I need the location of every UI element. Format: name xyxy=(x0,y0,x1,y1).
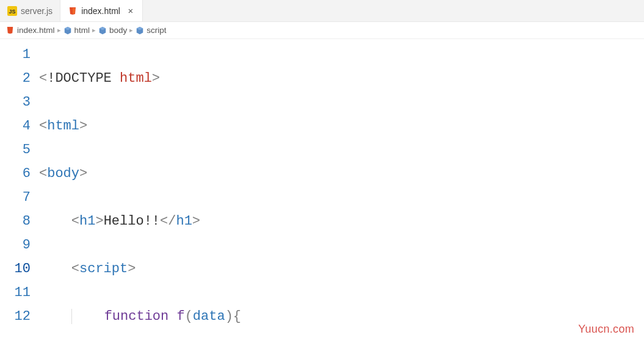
chevron-right-icon: ▸ xyxy=(57,26,61,34)
breadcrumb-file[interactable]: index.html xyxy=(5,26,55,35)
breadcrumbs: index.html ▸ html ▸ body ▸ script xyxy=(0,22,644,39)
crumb-label: body xyxy=(109,26,127,35)
crumb-label: script xyxy=(147,26,166,35)
line-number: 10 xyxy=(0,257,31,281)
line-number: 7 xyxy=(0,186,31,209)
close-icon[interactable]: × xyxy=(126,7,135,15)
line-number-gutter: 1 2 3 4 5 6 7 8 9 10 11 12 xyxy=(0,43,39,354)
code-line[interactable]: <h1>Hello!!</h1> xyxy=(39,209,644,233)
watermark: Yuucn.com xyxy=(578,323,634,336)
line-number: 2 xyxy=(0,67,31,90)
line-number: 9 xyxy=(0,233,31,257)
line-number: 4 xyxy=(0,114,31,138)
line-number: 3 xyxy=(0,90,31,114)
line-number: 11 xyxy=(0,281,31,305)
cube-icon xyxy=(63,26,72,35)
line-number: 1 xyxy=(0,43,31,67)
code-line[interactable]: <body> xyxy=(39,162,644,186)
code-area[interactable]: <!DOCTYPE html> <html> <body> <h1>Hello!… xyxy=(39,43,644,354)
breadcrumb-body[interactable]: body xyxy=(98,26,127,35)
line-number: 8 xyxy=(0,209,31,233)
breadcrumb-html[interactable]: html xyxy=(63,26,90,35)
tab-label: index.html xyxy=(81,6,120,16)
tab-server-js[interactable]: JS server.js xyxy=(0,0,60,21)
cube-icon xyxy=(98,26,107,35)
breadcrumb-script[interactable]: script xyxy=(136,26,166,35)
cube-icon xyxy=(136,26,144,35)
editor[interactable]: 1 2 3 4 5 6 7 8 9 10 11 12 <!DOCTYPE htm… xyxy=(0,39,644,354)
tabs-bar: JS server.js index.html × xyxy=(0,0,644,22)
line-number: 6 xyxy=(0,162,31,186)
html-file-icon xyxy=(5,26,15,35)
line-number: 12 xyxy=(0,305,31,328)
chevron-right-icon: ▸ xyxy=(92,26,96,34)
html-icon xyxy=(68,6,78,16)
tab-index-html[interactable]: index.html × xyxy=(60,0,143,21)
tab-label: server.js xyxy=(21,6,52,16)
line-number: 5 xyxy=(0,138,31,162)
chevron-right-icon: ▸ xyxy=(129,26,133,34)
js-icon: JS xyxy=(7,6,17,16)
code-line[interactable]: <html> xyxy=(39,114,644,138)
code-line[interactable]: <script> xyxy=(39,257,644,281)
svg-text:JS: JS xyxy=(9,9,15,15)
code-line[interactable]: <!DOCTYPE html> xyxy=(39,67,644,90)
crumb-label: html xyxy=(74,26,90,35)
code-line[interactable]: function f(data){ xyxy=(39,305,644,328)
crumb-label: index.html xyxy=(17,26,55,35)
